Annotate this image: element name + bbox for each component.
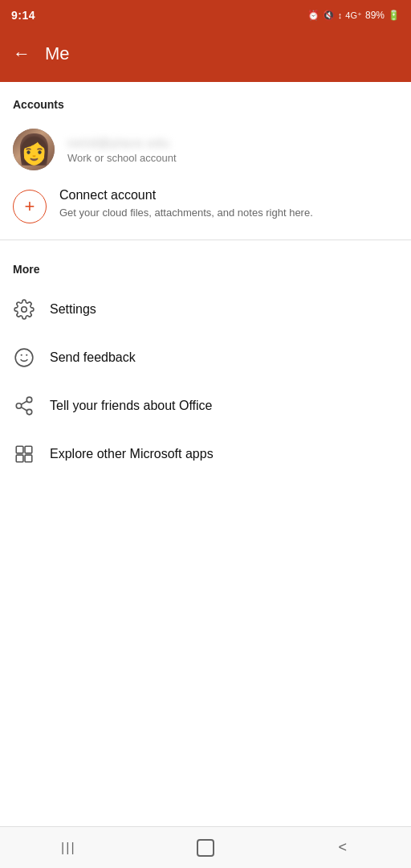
smiley-icon <box>14 347 35 368</box>
apps-icon <box>13 443 35 465</box>
sync-icon: ↕ <box>338 10 343 20</box>
signal-icon: 4G⁺ <box>345 10 362 21</box>
back-nav-button[interactable]: < <box>274 827 411 868</box>
connect-account-title: Connect account <box>59 188 313 203</box>
svg-point-5 <box>16 403 22 409</box>
send-feedback-menu-item[interactable]: Send feedback <box>0 334 411 382</box>
alarm-icon: ⏰ <box>307 10 319 21</box>
svg-rect-9 <box>16 446 23 453</box>
status-icons: ⏰ 🔇 ↕ 4G⁺ 89% 🔋 <box>307 10 400 21</box>
tell-friends-menu-item[interactable]: Tell your friends about Office <box>0 382 411 430</box>
settings-label: Settings <box>50 302 96 317</box>
mute-icon: 🔇 <box>323 10 335 21</box>
status-bar: 9:14 ⏰ 🔇 ↕ 4G⁺ 89% 🔋 <box>0 0 411 31</box>
share-icon <box>13 395 35 417</box>
grid-icon <box>14 444 35 465</box>
back-button[interactable]: ← <box>13 43 31 64</box>
explore-apps-menu-item[interactable]: Explore other Microsoft apps <box>0 430 411 478</box>
svg-rect-12 <box>25 455 32 462</box>
account-email: netid@place.edu <box>67 136 177 149</box>
svg-point-4 <box>26 397 32 403</box>
plus-symbol: + <box>25 198 35 215</box>
svg-line-7 <box>21 407 26 411</box>
accounts-section-label: Accounts <box>0 82 411 121</box>
account-type: Work or school account <box>67 152 177 164</box>
plus-circle-icon: + <box>13 190 47 223</box>
explore-apps-label: Explore other Microsoft apps <box>50 447 214 461</box>
svg-point-1 <box>15 349 33 366</box>
status-time: 9:14 <box>11 9 35 22</box>
home-icon <box>197 839 214 857</box>
recents-nav-button[interactable]: ||| <box>0 827 137 868</box>
avatar-image <box>13 129 55 170</box>
share-nodes-icon <box>14 395 35 416</box>
more-section-label: More <box>0 247 411 285</box>
connect-account-description: Get your cloud files, attachments, and n… <box>59 206 313 220</box>
bottom-navigation: ||| < <box>0 826 411 868</box>
battery-text: 89% <box>365 10 385 21</box>
svg-line-8 <box>21 401 26 404</box>
content: Accounts netid@place.edu Work or school … <box>0 82 411 526</box>
recents-icon: ||| <box>61 841 75 855</box>
svg-point-6 <box>26 409 32 414</box>
back-icon: < <box>338 839 347 856</box>
tell-friends-label: Tell your friends about Office <box>50 399 212 413</box>
header: ← Me <box>0 31 411 82</box>
svg-rect-11 <box>16 455 23 462</box>
page-title: Me <box>45 43 70 64</box>
section-divider <box>0 240 411 240</box>
connect-account-text: Connect account Get your cloud files, at… <box>59 188 313 220</box>
gear-icon <box>14 299 35 320</box>
account-info: netid@place.edu Work or school account <box>67 136 177 164</box>
connect-account-item[interactable]: + Connect account Get your cloud files, … <box>0 178 411 233</box>
send-feedback-label: Send feedback <box>50 350 136 365</box>
user-account-item[interactable]: netid@place.edu Work or school account <box>0 121 411 178</box>
battery-icon: 🔋 <box>388 10 400 21</box>
svg-point-0 <box>22 307 27 313</box>
avatar <box>13 129 55 170</box>
home-nav-button[interactable] <box>137 827 275 868</box>
feedback-icon <box>13 346 35 369</box>
svg-rect-10 <box>25 446 32 453</box>
settings-icon <box>13 298 35 321</box>
settings-menu-item[interactable]: Settings <box>0 285 411 334</box>
